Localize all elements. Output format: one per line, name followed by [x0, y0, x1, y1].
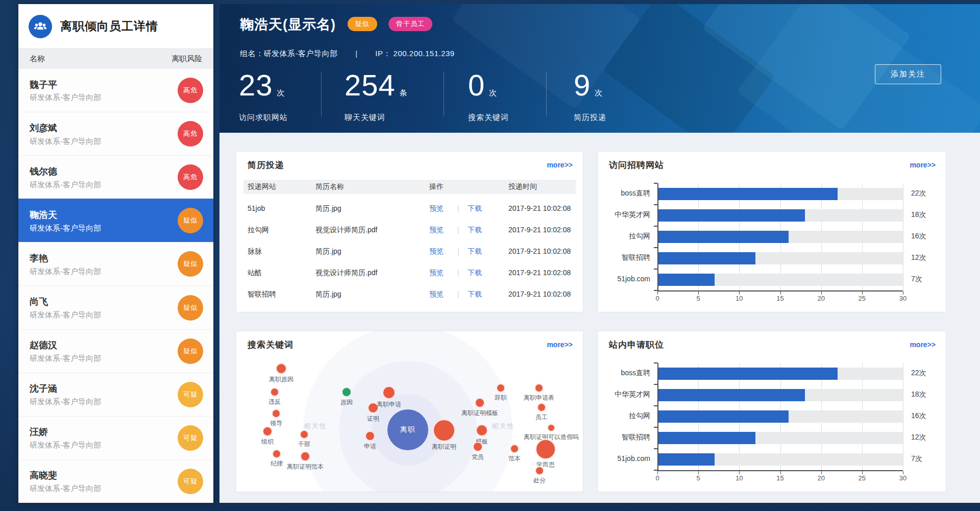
cell-submit-time: 2017-9-21 10:02:08	[508, 204, 571, 212]
download-link[interactable]: 下载	[468, 247, 482, 256]
bar-fill	[657, 209, 805, 222]
action-separator: |	[457, 269, 459, 277]
keyword-bubble	[341, 387, 352, 397]
download-link[interactable]: 下载	[468, 290, 482, 299]
stat-divider	[444, 71, 444, 116]
risk-level-badge: 疑似	[178, 208, 203, 233]
bar-row: 51job.com7次	[657, 449, 903, 470]
employee-meta-row: 组名：研发体系-客户导向部 | IP： 200.200.151.239	[240, 49, 455, 59]
download-link[interactable]: 下载	[468, 269, 482, 278]
x-axis-tick-label: 0	[655, 474, 659, 482]
keyword-bubble	[272, 409, 281, 418]
preview-link[interactable]: 预览	[429, 226, 444, 235]
bar-category-label: 智联招聘	[622, 433, 650, 442]
download-link[interactable]: 下载	[468, 204, 482, 213]
x-axis-tick-label: 30	[899, 474, 906, 482]
bar-fill	[657, 368, 838, 380]
stat-label: 简历投递	[574, 113, 606, 123]
stat-label: 聊天关键词	[345, 113, 408, 123]
keyword-bubble	[535, 439, 556, 459]
table-row: 拉勾网视觉设计师简历.pdf预览|下载2017-9-21 10:02:08	[243, 220, 576, 241]
employee-display-name: 鞠浩天(显示名)	[240, 17, 336, 32]
preview-link[interactable]: 预览	[429, 290, 444, 299]
employee-list-item[interactable]: 李艳研发体系-客户导向部疑似	[18, 242, 213, 285]
applied-positions-card: 站内申请职位 more>> 051015202530boss直聘22次中华英才网…	[597, 331, 946, 492]
table-row: 51job简历.jpg预览|下载2017-9-21 10:02:08	[243, 199, 576, 220]
key-employee-badge: 骨干员工	[388, 17, 432, 31]
cell-submit-time: 2017-9-21 10:02:08	[508, 247, 571, 255]
employee-name: 刘彦斌	[30, 121, 101, 136]
more-link[interactable]: more>>	[910, 340, 936, 349]
employee-list-item[interactable]: 高晓斐研发体系-客户导向部可疑	[18, 459, 213, 503]
preview-link[interactable]: 预览	[429, 247, 444, 256]
preview-link[interactable]: 预览	[429, 204, 444, 213]
add-follow-button[interactable]: 添加关注	[875, 64, 941, 84]
bar-fill	[657, 188, 838, 200]
keyword-bubble	[365, 431, 375, 441]
employee-name: 鞠浩天	[30, 208, 101, 223]
employee-list-item[interactable]: 魏子平研发体系-客户导向部高危	[18, 68, 213, 112]
keyword-bubble	[537, 403, 546, 412]
table-row: 站酷视觉设计师简历.pdf预览|下载2017-9-21 10:02:08	[243, 263, 576, 284]
bar-category-label: boss直聘	[621, 189, 650, 198]
employee-list-item[interactable]: 钱尔德研发体系-客户导向部高危	[18, 155, 213, 199]
employee-department: 研发体系-客户导向部	[30, 440, 101, 450]
keyword-bubble	[510, 444, 519, 453]
y-axis-tick	[654, 362, 657, 363]
card-title: 简历投递	[248, 159, 284, 171]
employee-text: 赵德汉研发体系-客户导向部	[30, 338, 101, 363]
employee-list-item[interactable]: 尚飞研发体系-客户导向部疑似	[18, 285, 213, 329]
y-axis-tick	[654, 269, 657, 270]
employee-name: 赵德汉	[30, 338, 101, 353]
action-separator: |	[457, 247, 459, 255]
stat-number: 9	[574, 68, 591, 102]
card-title: 搜索关键词	[248, 339, 293, 351]
stat-divider	[546, 71, 547, 116]
page: 离职倾向员工详情 名称 离职风险 魏子平研发体系-客户导向部高危刘彦斌研发体系-…	[0, 0, 980, 511]
table-column-header: 简历名称	[315, 182, 344, 191]
bar-category-label: 拉勾网	[629, 411, 650, 421]
stat-value: 254条	[345, 69, 408, 109]
gridline	[903, 363, 903, 470]
employee-list-item[interactable]: 刘彦斌研发体系-客户导向部高危	[18, 112, 213, 155]
keyword-bubble	[270, 387, 279, 397]
preview-link[interactable]: 预览	[429, 269, 444, 278]
bar-row: 51job.com7次	[657, 269, 903, 290]
x-axis-line	[657, 290, 903, 291]
keyword-bubble	[433, 419, 455, 442]
group-name-label: 组名：研发体系-客户导向部	[240, 49, 338, 58]
card-title: 站内申请职位	[609, 339, 664, 351]
employee-list-item[interactable]: 汪娇研发体系-客户导向部可疑	[18, 416, 213, 459]
x-axis-tick-label: 30	[899, 295, 906, 302]
download-link[interactable]: 下载	[468, 226, 482, 235]
employee-list-item[interactable]: 鞠浩天研发体系-客户导向部疑似	[18, 199, 213, 242]
gridline	[903, 183, 903, 290]
keyword-bubble: 离职	[386, 408, 429, 451]
keyword-bubble-label: 离职原因	[269, 375, 293, 384]
keyword-bubble	[534, 383, 544, 393]
more-link[interactable]: more>>	[910, 161, 936, 169]
column-name-label: 名称	[30, 54, 45, 64]
table-row: 脉脉简历.jpg预览|下载2017-9-21 10:02:08	[243, 241, 576, 263]
employee-list-item[interactable]: 赵德汉研发体系-客户导向部疑似	[18, 329, 213, 373]
more-link[interactable]: more>>	[547, 340, 573, 349]
sidebar-column-header: 名称 离职风险	[18, 48, 213, 68]
relevance-faint-label: 相关性	[492, 422, 515, 431]
relevance-faint-label: 相关性	[304, 422, 327, 431]
keyword-bubble	[547, 424, 555, 432]
keyword-bubble-label: 离职证明模板	[461, 409, 498, 418]
employee-name: 高晓斐	[30, 469, 101, 483]
keyword-bubble	[300, 430, 309, 439]
keyword-bubble-chart: 相关性相关性离职原因违反领导组织纪律干部离职证明范本原因证明离职申请申请离职离职…	[236, 331, 583, 492]
action-separator: |	[457, 226, 459, 234]
more-link[interactable]: more>>	[547, 161, 573, 169]
keyword-bubble-label: 离职证明	[432, 443, 456, 451]
keyword-bubble-label: 纪律	[271, 459, 283, 468]
action-separator: |	[457, 290, 459, 298]
employee-department: 研发体系-客户导向部	[30, 179, 101, 190]
keyword-bubble	[300, 451, 310, 461]
keyword-bubble-label: 党员	[472, 453, 484, 461]
bar-value-label: 12次	[911, 253, 926, 262]
keyword-bubble	[496, 383, 505, 393]
employee-list-item[interactable]: 沈子涵研发体系-客户导向部可疑	[18, 373, 213, 416]
